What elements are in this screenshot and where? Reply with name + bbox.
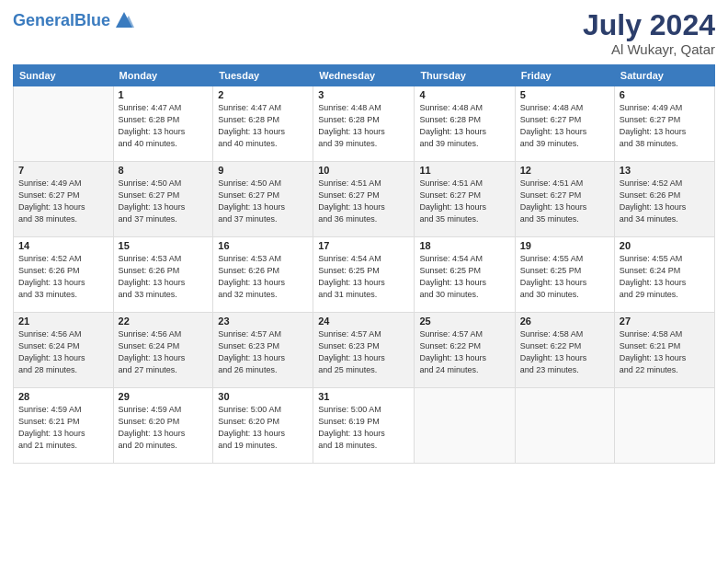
- day-number: 5: [520, 89, 609, 100]
- calendar-day-cell: [415, 388, 515, 464]
- day-info: Sunrise: 4:47 AM Sunset: 6:28 PM Dayligh…: [119, 102, 209, 150]
- calendar-week-row: 14Sunrise: 4:52 AM Sunset: 6:26 PM Dayli…: [14, 237, 715, 313]
- calendar-day-cell: 9Sunrise: 4:50 AM Sunset: 6:27 PM Daylig…: [213, 162, 313, 237]
- day-number: 12: [520, 165, 609, 176]
- calendar-day-cell: 16Sunrise: 4:53 AM Sunset: 6:26 PM Dayli…: [213, 237, 313, 313]
- day-info: Sunrise: 4:49 AM Sunset: 6:27 PM Dayligh…: [620, 102, 710, 150]
- day-info: Sunrise: 4:56 AM Sunset: 6:24 PM Dayligh…: [18, 328, 108, 376]
- calendar-day-cell: 24Sunrise: 4:57 AM Sunset: 6:23 PM Dayli…: [313, 313, 415, 388]
- calendar-day-cell: 12Sunrise: 4:51 AM Sunset: 6:27 PM Dayli…: [515, 162, 614, 237]
- day-number: 26: [520, 316, 609, 327]
- day-number: 27: [620, 316, 710, 327]
- day-info: Sunrise: 4:54 AM Sunset: 6:25 PM Dayligh…: [318, 253, 409, 301]
- location-title: Al Wukayr, Qatar: [583, 41, 715, 57]
- calendar-day-cell: 1Sunrise: 4:47 AM Sunset: 6:28 PM Daylig…: [113, 86, 213, 162]
- calendar-day-cell: 7Sunrise: 4:49 AM Sunset: 6:27 PM Daylig…: [14, 162, 114, 237]
- calendar-day-cell: 17Sunrise: 4:54 AM Sunset: 6:25 PM Dayli…: [313, 237, 415, 313]
- day-number: 7: [18, 165, 108, 176]
- calendar-col-header: Friday: [515, 65, 614, 86]
- day-number: 16: [218, 240, 308, 251]
- day-number: 14: [18, 240, 108, 251]
- calendar-day-cell: 13Sunrise: 4:52 AM Sunset: 6:26 PM Dayli…: [614, 162, 714, 237]
- calendar-day-cell: 29Sunrise: 4:59 AM Sunset: 6:20 PM Dayli…: [113, 388, 213, 464]
- page: GeneralBlue July 2024 Al Wukayr, Qatar S…: [0, 0, 728, 563]
- day-number: 15: [119, 240, 209, 251]
- calendar-day-cell: 14Sunrise: 4:52 AM Sunset: 6:26 PM Dayli…: [14, 237, 114, 313]
- calendar-day-cell: 3Sunrise: 4:48 AM Sunset: 6:28 PM Daylig…: [313, 86, 415, 162]
- month-title: July 2024: [583, 9, 715, 41]
- calendar-day-cell: 18Sunrise: 4:54 AM Sunset: 6:25 PM Dayli…: [415, 237, 515, 313]
- day-info: Sunrise: 5:00 AM Sunset: 6:20 PM Dayligh…: [218, 404, 308, 452]
- calendar-col-header: Thursday: [415, 65, 515, 86]
- day-info: Sunrise: 4:53 AM Sunset: 6:26 PM Dayligh…: [218, 253, 308, 301]
- day-info: Sunrise: 4:59 AM Sunset: 6:21 PM Dayligh…: [18, 404, 108, 452]
- calendar-day-cell: 26Sunrise: 4:58 AM Sunset: 6:22 PM Dayli…: [515, 313, 614, 388]
- day-number: 13: [620, 165, 710, 176]
- calendar-day-cell: 15Sunrise: 4:53 AM Sunset: 6:26 PM Dayli…: [113, 237, 213, 313]
- day-number: 10: [318, 165, 409, 176]
- day-info: Sunrise: 4:53 AM Sunset: 6:26 PM Dayligh…: [119, 253, 209, 301]
- day-info: Sunrise: 4:58 AM Sunset: 6:21 PM Dayligh…: [620, 328, 710, 376]
- logo-text: GeneralBlue: [13, 12, 110, 30]
- day-number: 3: [318, 89, 409, 100]
- calendar-body: 1Sunrise: 4:47 AM Sunset: 6:28 PM Daylig…: [14, 86, 715, 464]
- day-info: Sunrise: 4:51 AM Sunset: 6:27 PM Dayligh…: [419, 178, 509, 225]
- calendar-day-cell: 2Sunrise: 4:47 AM Sunset: 6:28 PM Daylig…: [213, 86, 313, 162]
- calendar-week-row: 28Sunrise: 4:59 AM Sunset: 6:21 PM Dayli…: [14, 388, 715, 464]
- day-number: 17: [318, 240, 409, 251]
- day-number: 2: [218, 89, 308, 100]
- day-info: Sunrise: 4:58 AM Sunset: 6:22 PM Dayligh…: [520, 328, 609, 376]
- calendar-day-cell: 28Sunrise: 4:59 AM Sunset: 6:21 PM Dayli…: [14, 388, 114, 464]
- day-info: Sunrise: 4:51 AM Sunset: 6:27 PM Dayligh…: [318, 178, 409, 225]
- calendar-day-cell: 6Sunrise: 4:49 AM Sunset: 6:27 PM Daylig…: [614, 86, 714, 162]
- day-number: 20: [620, 240, 710, 251]
- logo-icon: [114, 9, 134, 33]
- day-info: Sunrise: 4:57 AM Sunset: 6:22 PM Dayligh…: [419, 328, 509, 376]
- day-number: 8: [119, 165, 209, 176]
- day-number: 19: [520, 240, 609, 251]
- calendar-day-cell: 20Sunrise: 4:55 AM Sunset: 6:24 PM Dayli…: [614, 237, 714, 313]
- calendar-day-cell: [614, 388, 714, 464]
- calendar-day-cell: 10Sunrise: 4:51 AM Sunset: 6:27 PM Dayli…: [313, 162, 415, 237]
- day-info: Sunrise: 4:59 AM Sunset: 6:20 PM Dayligh…: [119, 404, 209, 452]
- day-info: Sunrise: 4:50 AM Sunset: 6:27 PM Dayligh…: [218, 178, 308, 225]
- day-info: Sunrise: 4:55 AM Sunset: 6:25 PM Dayligh…: [520, 253, 609, 301]
- day-number: 18: [419, 240, 509, 251]
- logo: GeneralBlue: [13, 9, 134, 33]
- day-info: Sunrise: 4:47 AM Sunset: 6:28 PM Dayligh…: [218, 102, 308, 150]
- calendar-week-row: 21Sunrise: 4:56 AM Sunset: 6:24 PM Dayli…: [14, 313, 715, 388]
- day-number: 6: [620, 89, 710, 100]
- calendar-col-header: Saturday: [614, 65, 714, 86]
- calendar-day-cell: [515, 388, 614, 464]
- day-info: Sunrise: 4:48 AM Sunset: 6:28 PM Dayligh…: [318, 102, 409, 150]
- calendar-day-cell: 31Sunrise: 5:00 AM Sunset: 6:19 PM Dayli…: [313, 388, 415, 464]
- calendar-day-cell: 4Sunrise: 4:48 AM Sunset: 6:28 PM Daylig…: [415, 86, 515, 162]
- day-info: Sunrise: 4:57 AM Sunset: 6:23 PM Dayligh…: [318, 328, 409, 376]
- day-info: Sunrise: 4:48 AM Sunset: 6:27 PM Dayligh…: [520, 102, 609, 150]
- calendar-day-cell: 11Sunrise: 4:51 AM Sunset: 6:27 PM Dayli…: [415, 162, 515, 237]
- calendar-day-cell: 21Sunrise: 4:56 AM Sunset: 6:24 PM Dayli…: [14, 313, 114, 388]
- header: GeneralBlue July 2024 Al Wukayr, Qatar: [13, 9, 715, 57]
- day-number: 30: [218, 391, 308, 402]
- day-info: Sunrise: 4:52 AM Sunset: 6:26 PM Dayligh…: [18, 253, 108, 301]
- day-info: Sunrise: 4:54 AM Sunset: 6:25 PM Dayligh…: [419, 253, 509, 301]
- calendar-day-cell: 19Sunrise: 4:55 AM Sunset: 6:25 PM Dayli…: [515, 237, 614, 313]
- calendar-day-cell: [14, 86, 114, 162]
- calendar-table: SundayMondayTuesdayWednesdayThursdayFrid…: [13, 64, 715, 464]
- day-number: 25: [419, 316, 509, 327]
- day-info: Sunrise: 4:48 AM Sunset: 6:28 PM Dayligh…: [419, 102, 509, 150]
- day-info: Sunrise: 4:57 AM Sunset: 6:23 PM Dayligh…: [218, 328, 308, 376]
- calendar-col-header: Monday: [113, 65, 213, 86]
- day-number: 4: [419, 89, 509, 100]
- calendar-day-cell: 27Sunrise: 4:58 AM Sunset: 6:21 PM Dayli…: [614, 313, 714, 388]
- day-info: Sunrise: 5:00 AM Sunset: 6:19 PM Dayligh…: [318, 404, 409, 452]
- day-info: Sunrise: 4:56 AM Sunset: 6:24 PM Dayligh…: [119, 328, 209, 376]
- calendar-col-header: Tuesday: [213, 65, 313, 86]
- calendar-day-cell: 25Sunrise: 4:57 AM Sunset: 6:22 PM Dayli…: [415, 313, 515, 388]
- day-number: 1: [119, 89, 209, 100]
- day-number: 28: [18, 391, 108, 402]
- day-info: Sunrise: 4:55 AM Sunset: 6:24 PM Dayligh…: [620, 253, 710, 301]
- day-number: 23: [218, 316, 308, 327]
- calendar-day-cell: 5Sunrise: 4:48 AM Sunset: 6:27 PM Daylig…: [515, 86, 614, 162]
- day-number: 9: [218, 165, 308, 176]
